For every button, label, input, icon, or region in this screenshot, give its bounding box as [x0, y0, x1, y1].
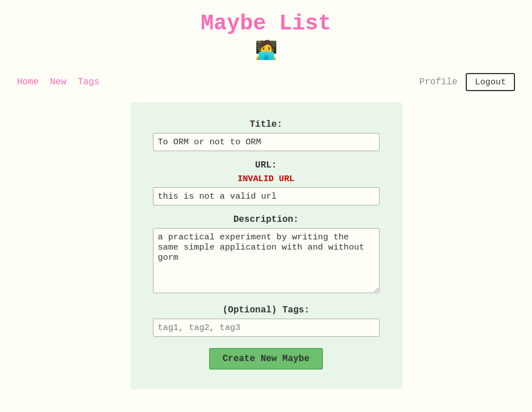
create-maybe-button[interactable]: Create New Maybe [209, 348, 324, 370]
tags-field-group: (Optional) Tags: [153, 305, 380, 337]
nav-new-link[interactable]: New [50, 77, 66, 87]
title-field-group: Title: [153, 119, 380, 151]
logout-button[interactable]: Logout [466, 73, 515, 91]
nav-profile-link[interactable]: Profile [419, 77, 457, 87]
nav-tags-link[interactable]: Tags [78, 77, 99, 87]
nav-left: Home New Tags [17, 77, 100, 87]
avatar: 🧑‍💻 [0, 39, 532, 62]
description-label: Description: [153, 214, 380, 225]
site-title: Maybe List [0, 11, 532, 36]
header: Maybe List 🧑‍💻 [0, 0, 532, 67]
url-field-group: URL: INVALID URL [153, 160, 380, 205]
nav-right: Profile Logout [419, 73, 515, 91]
url-error-message: INVALID URL [153, 174, 380, 184]
main-content: Title: URL: INVALID URL Description: a p… [0, 97, 532, 412]
nav-home-link[interactable]: Home [17, 77, 39, 87]
tags-input[interactable] [153, 319, 380, 337]
url-input[interactable] [153, 187, 380, 205]
description-textarea[interactable]: a practical experiment by writing the sa… [153, 228, 380, 293]
form-container: Title: URL: INVALID URL Description: a p… [130, 102, 402, 389]
title-input[interactable] [153, 133, 380, 151]
title-label: Title: [153, 119, 380, 130]
tags-label: (Optional) Tags: [153, 305, 380, 315]
url-label: URL: [153, 160, 380, 170]
navbar: Home New Tags Profile Logout [0, 67, 532, 97]
description-field-group: Description: a practical experiment by w… [153, 214, 380, 296]
